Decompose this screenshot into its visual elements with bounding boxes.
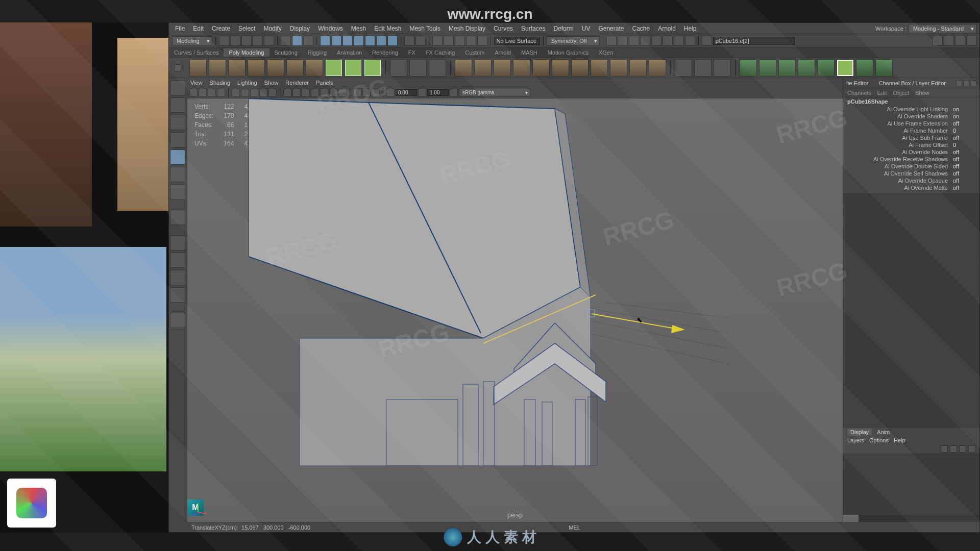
shelf-tab-rendering[interactable]: Rendering	[367, 48, 403, 57]
vp-ao-icon[interactable]	[329, 89, 337, 97]
save-scene-icon[interactable]	[241, 36, 252, 46]
vp-menu-panels[interactable]: Panels	[316, 80, 333, 86]
menu-surfaces[interactable]: Surfaces	[517, 25, 549, 32]
undo-icon[interactable]	[253, 36, 263, 46]
layer-new-selected-icon[interactable]	[968, 445, 975, 453]
sidebar-toggle-2-icon[interactable]	[944, 36, 954, 46]
layer-new-empty-icon[interactable]	[959, 445, 966, 453]
panel-scrollbar[interactable]	[843, 515, 979, 522]
layer-menu-options[interactable]: Options	[869, 437, 889, 443]
menu-mesh-display[interactable]: Mesh Display	[445, 25, 489, 32]
vp-xray-icon[interactable]	[362, 89, 371, 97]
poly-plane-button[interactable]	[286, 59, 304, 77]
poly-sphere-button[interactable]	[189, 59, 207, 77]
attr-value[interactable]: off	[951, 185, 977, 191]
vp-grid-icon[interactable]	[232, 89, 240, 97]
menu-display[interactable]: Display	[286, 25, 314, 32]
sidebar-toggle-1-icon[interactable]	[933, 36, 943, 46]
menu-file[interactable]: File	[171, 25, 189, 32]
vp-menu-show[interactable]: Show	[264, 80, 279, 86]
viewport-3d[interactable]: Verts:12240Edges:17041Faces:6610Tris:131…	[187, 98, 843, 522]
vp-shaded-icon[interactable]	[292, 89, 301, 97]
vp-menu-lighting[interactable]: Lighting	[237, 80, 257, 86]
attr-ai-frame-offset[interactable]: Ai Frame Offset0	[843, 141, 979, 148]
menu-curves[interactable]: Curves	[489, 25, 517, 32]
vp-select-camera-icon[interactable]	[189, 89, 198, 97]
sidebar-toggle-3-icon[interactable]	[955, 36, 965, 46]
magnet-icon[interactable]	[415, 36, 426, 46]
symmetry-dropdown[interactable]: Symmetry: Off	[547, 36, 600, 45]
poly-cone-button[interactable]	[248, 59, 265, 77]
vp-menu-shading[interactable]: Shading	[210, 80, 230, 86]
ipr-icon[interactable]	[618, 36, 628, 46]
multi-cut-button[interactable]	[675, 59, 692, 77]
shape-node-name[interactable]: pCube16Shape	[843, 97, 979, 106]
vp-isolate-icon[interactable]	[353, 89, 361, 97]
shelf-tab-curves-surfaces[interactable]: Curves / Surfaces	[169, 48, 224, 57]
lock-icon[interactable]	[404, 36, 414, 46]
vp-xray-joints-icon[interactable]	[372, 89, 380, 97]
tab-display[interactable]: Display	[847, 429, 872, 436]
attr-value[interactable]: 0	[951, 142, 977, 148]
selected-tool-button[interactable]	[837, 59, 854, 77]
menu-cache[interactable]: Cache	[628, 25, 654, 32]
cb-menu-show[interactable]: Show	[915, 90, 929, 96]
cb-menu-edit[interactable]: Edit	[877, 90, 887, 96]
render-view-icon[interactable]	[640, 36, 650, 46]
platonic-button[interactable]	[325, 59, 342, 77]
vp-image-plane-icon[interactable]	[217, 89, 225, 97]
attr-ai-override-double-sided[interactable]: Ai Override Double Sidedoff	[843, 163, 979, 170]
menu-edit[interactable]: Edit	[189, 25, 208, 32]
vp-gamma-field[interactable]: 1.00	[427, 89, 449, 96]
attr-ai-frame-number[interactable]: Ai Frame Number0	[843, 127, 979, 134]
layer-menu-layers[interactable]: Layers	[847, 437, 864, 443]
live-surface-field[interactable]: No Live Surface	[494, 37, 540, 45]
type-button[interactable]	[364, 59, 381, 77]
panel-max-icon[interactable]	[963, 80, 969, 86]
attr-value[interactable]: off	[951, 135, 977, 141]
new-scene-icon[interactable]	[219, 36, 229, 46]
bevel-button[interactable]	[532, 59, 550, 77]
layer-menu-help[interactable]: Help	[894, 437, 905, 443]
sidebar-toggle-4-icon[interactable]	[966, 36, 976, 46]
quadrangulate-button[interactable]	[649, 59, 666, 77]
vp-exposure-field[interactable]: 0.00	[396, 89, 417, 96]
vp-motion-blur-icon[interactable]	[338, 89, 347, 97]
mirror-button[interactable]	[610, 59, 627, 77]
attr-ai-override-nodes[interactable]: Ai Override Nodesoff	[843, 148, 979, 156]
bridge-button[interactable]	[513, 59, 530, 77]
shelf-tab-fx-caching[interactable]: FX Caching	[421, 48, 460, 57]
workspace-selector[interactable]: Workspace : Modeling - Standard	[875, 23, 976, 34]
panel-close-icon[interactable]	[970, 80, 976, 86]
snap-curve-icon[interactable]	[331, 36, 341, 46]
menu-mesh[interactable]: Mesh	[347, 25, 370, 32]
tab-channel-box[interactable]: Channel Box / Layer Editor	[878, 80, 945, 86]
tab-lite-editor[interactable]: ite Editor	[846, 80, 868, 86]
attr-ai-use-sub-frame[interactable]: Ai Use Sub Frameoff	[843, 134, 979, 141]
attr-value[interactable]: on	[951, 113, 977, 119]
extrude-button[interactable]	[494, 59, 511, 77]
menu-mesh-tools[interactable]: Mesh Tools	[406, 25, 445, 32]
vp-resolution-gate-icon[interactable]	[250, 89, 258, 97]
persp-outliner-tool[interactable]	[170, 253, 185, 268]
menu-create[interactable]: Create	[208, 25, 234, 32]
layer-move-up-icon[interactable]	[941, 445, 948, 453]
attr-value[interactable]: off	[951, 178, 977, 184]
construction-history-icon[interactable]	[432, 36, 443, 46]
attr-ai-override-receive-shadows[interactable]: Ai Override Receive Shadowsoff	[843, 156, 979, 163]
vp-textured-icon[interactable]	[302, 89, 310, 97]
layer-move-down-icon[interactable]	[950, 445, 957, 453]
menu-edit-mesh[interactable]: Edit Mesh	[370, 25, 405, 32]
snap-point-icon[interactable]	[342, 36, 353, 46]
vp-field-chart-icon[interactable]	[268, 89, 277, 97]
cb-menu-object[interactable]: Object	[893, 90, 909, 96]
light-editor-icon[interactable]	[663, 36, 673, 46]
shelf-tab-motion-graphics[interactable]: Motion Graphics	[543, 48, 594, 57]
history-toggle-icon[interactable]	[444, 36, 454, 46]
menu-arnold[interactable]: Arnold	[654, 25, 680, 32]
attr-value[interactable]: off	[951, 163, 977, 169]
center-pivot-button[interactable]	[409, 59, 427, 77]
translate-manipulator[interactable]	[585, 307, 698, 347]
boolean-intersect-button[interactable]	[778, 59, 796, 77]
delete-edge-button[interactable]	[875, 59, 893, 77]
